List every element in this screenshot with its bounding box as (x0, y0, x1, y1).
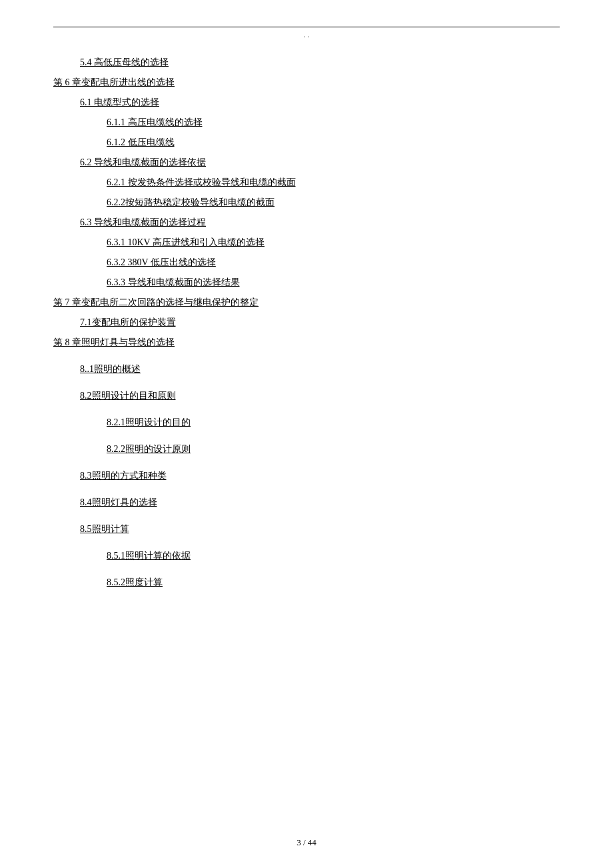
toc-item-item-8-2-1[interactable]: 8.2.1照明设计的目的 (107, 413, 560, 432)
toc-item-label: 8.3照明的方式和种类 (80, 467, 560, 485)
toc-item-item-8-2[interactable]: 8.2照明设计的目和原则 (80, 387, 560, 405)
page-number: 3 / 44 (297, 837, 316, 847)
toc-item-item-6-3-2[interactable]: 6.3.2 380V 低压出线的选择 (107, 253, 560, 272)
toc-item-label: 8..1照明的概述 (80, 360, 560, 379)
toc-item-label: 6.1.2 低压电缆线 (107, 133, 560, 152)
toc-item-label: 第 8 章照明灯具与导线的选择 (53, 333, 560, 352)
toc-spacer (53, 513, 560, 520)
toc-item-item-8-4[interactable]: 8.4照明灯具的选择 (80, 493, 560, 512)
toc-item-item-6-1-2[interactable]: 6.1.2 低压电缆线 (107, 133, 560, 152)
toc-item-item-8-1[interactable]: 8..1照明的概述 (80, 360, 560, 379)
toc-spacer (53, 380, 560, 387)
header-dots: . . (304, 30, 310, 40)
toc-item-item-6-3[interactable]: 6.3 导线和电缆截面的选择过程 (80, 213, 560, 232)
toc-item-label: 8.2.1照明设计的目的 (107, 413, 560, 432)
toc-item-label: 6.3 导线和电缆截面的选择过程 (80, 213, 560, 232)
toc-item-label: 6.3.1 10KV 高压进线和引入电缆的选择 (107, 233, 560, 252)
toc-item-label: 第 6 章变配电所进出线的选择 (53, 73, 560, 92)
toc-item-item-ch8[interactable]: 第 8 章照明灯具与导线的选择 (53, 333, 560, 352)
toc-spacer (53, 433, 560, 440)
page-container: . . 5.4 高低压母线的选择第 6 章变配电所进出线的选择6.1 电缆型式的… (0, 0, 613, 868)
toc-item-item-8-5-2[interactable]: 8.5.2照度计算 (107, 573, 560, 592)
toc-item-label: 8.2照明设计的目和原则 (80, 387, 560, 405)
toc-item-label: 8.5.1照明计算的依据 (107, 547, 560, 565)
toc-item-item-6-2-1[interactable]: 6.2.1 按发热条件选择或校验导线和电缆的截面 (107, 173, 560, 192)
page-header: . . (53, 27, 560, 40)
toc-item-item-6-2-2[interactable]: 6.2.2按短路热稳定校验导线和电缆的截面 (107, 193, 560, 212)
toc-item-label: 6.2 导线和电缆截面的选择依据 (80, 153, 560, 172)
toc-item-item-7-1[interactable]: 7.1变配电所的保护装置 (80, 313, 560, 332)
toc-item-item-ch6[interactable]: 第 6 章变配电所进出线的选择 (53, 73, 560, 92)
toc-item-label: 8.5照明计算 (80, 520, 560, 539)
toc-item-item-6-3-3[interactable]: 6.3.3 导线和电缆截面的选择结果 (107, 273, 560, 292)
toc-spacer (53, 353, 560, 360)
toc-item-item-6-3-1[interactable]: 6.3.1 10KV 高压进线和引入电缆的选择 (107, 233, 560, 252)
toc-spacer (53, 407, 560, 413)
toc-spacer (53, 487, 560, 493)
toc-item-label: 6.2.1 按发热条件选择或校验导线和电缆的截面 (107, 173, 560, 192)
toc-item-label: 8.2.2照明的设计原则 (107, 440, 560, 459)
toc-item-label: 8.4照明灯具的选择 (80, 493, 560, 512)
toc-item-item-ch7[interactable]: 第 7 章变配电所二次回路的选择与继电保护的整定 (53, 293, 560, 312)
toc-item-item-6-1[interactable]: 6.1 电缆型式的选择 (80, 93, 560, 112)
toc-item-item-8-5-1[interactable]: 8.5.1照明计算的依据 (107, 547, 560, 565)
toc-spacer (53, 540, 560, 547)
toc-item-label: 6.1 电缆型式的选择 (80, 93, 560, 112)
toc-item-label: 第 7 章变配电所二次回路的选择与继电保护的整定 (53, 293, 560, 312)
toc-item-item-6-2[interactable]: 6.2 导线和电缆截面的选择依据 (80, 153, 560, 172)
toc-item-label: 6.3.3 导线和电缆截面的选择结果 (107, 273, 560, 292)
toc-item-label: 6.1.1 高压电缆线的选择 (107, 113, 560, 132)
toc-item-label: 5.4 高低压母线的选择 (80, 53, 560, 72)
toc-item-label: 8.5.2照度计算 (107, 573, 560, 592)
toc-spacer (53, 460, 560, 467)
toc-item-item-8-3[interactable]: 8.3照明的方式和种类 (80, 467, 560, 485)
toc-item-label: 7.1变配电所的保护装置 (80, 313, 560, 332)
page-footer: 3 / 44 (0, 837, 613, 848)
toc-item-item-5-4[interactable]: 5.4 高低压母线的选择 (80, 53, 560, 72)
toc-content: 5.4 高低压母线的选择第 6 章变配电所进出线的选择6.1 电缆型式的选择6.… (53, 53, 560, 592)
toc-item-item-8-5[interactable]: 8.5照明计算 (80, 520, 560, 539)
toc-item-item-6-1-1[interactable]: 6.1.1 高压电缆线的选择 (107, 113, 560, 132)
toc-item-item-8-2-2[interactable]: 8.2.2照明的设计原则 (107, 440, 560, 459)
toc-spacer (53, 567, 560, 573)
toc-item-label: 6.2.2按短路热稳定校验导线和电缆的截面 (107, 193, 560, 212)
toc-item-label: 6.3.2 380V 低压出线的选择 (107, 253, 560, 272)
